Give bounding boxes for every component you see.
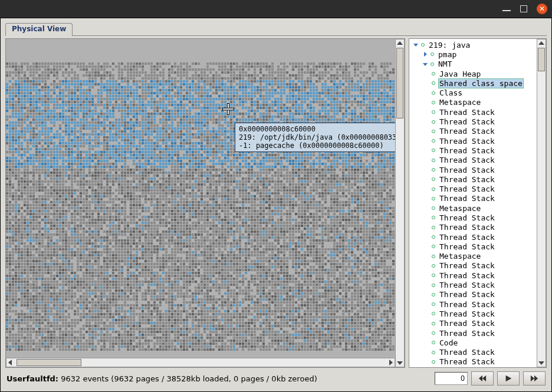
node-bullet-icon xyxy=(432,187,435,191)
node-bullet-icon xyxy=(431,62,434,66)
tree-item-label: Code xyxy=(438,338,459,347)
tree-item-label: Thread Stack xyxy=(438,223,496,232)
node-bullet-icon xyxy=(432,331,435,335)
tree-item-label: Thread Stack xyxy=(438,319,496,328)
node-bullet-icon xyxy=(432,130,435,133)
tree-item-label: Thread Stack xyxy=(438,185,496,193)
tree-nmt-child[interactable]: Thread Stack xyxy=(409,242,537,251)
tree-nmt-child[interactable]: Thread Stack xyxy=(409,357,537,367)
tree-nmt-child[interactable]: Thread Stack xyxy=(409,290,537,299)
scrollbar-thumb[interactable] xyxy=(396,48,403,118)
tab-physical-view[interactable]: Physical View xyxy=(5,23,73,36)
node-bullet-icon xyxy=(432,91,435,95)
rewind-icon xyxy=(478,374,487,383)
tree-nmt-child[interactable]: Thread Stack xyxy=(409,280,537,289)
tree-nmt-child[interactable]: Thread Stack xyxy=(409,107,537,117)
node-bullet-icon xyxy=(432,149,435,152)
node-bullet-icon xyxy=(432,168,435,172)
memory-vertical-scrollbar[interactable] xyxy=(395,39,405,367)
node-bullet-icon xyxy=(432,293,435,297)
tree-nmt-child[interactable]: Metaspace xyxy=(409,203,537,213)
tree-nmt[interactable]: NMT xyxy=(409,60,537,69)
tree-nmt-child[interactable]: Thread Stack xyxy=(409,261,537,271)
node-bullet-icon xyxy=(432,101,435,104)
tree-nmt-child[interactable]: Shared class space xyxy=(409,78,537,88)
process-tree[interactable]: 219: javapmapNMTJava HeapShared class sp… xyxy=(409,39,537,367)
memory-canvas[interactable]: 0x0000000008c60000 219: /opt/jdk/bin/jav… xyxy=(6,39,395,358)
tree-nmt-child[interactable]: Thread Stack xyxy=(409,117,537,126)
tab-bar: Physical View xyxy=(5,23,547,36)
tree-nmt-child[interactable]: Thread Stack xyxy=(409,213,537,222)
tree-item-label: Thread Stack xyxy=(438,329,496,338)
expand-icon[interactable] xyxy=(422,51,428,57)
scrollbar-thumb[interactable] xyxy=(538,48,545,71)
minimize-icon[interactable] xyxy=(502,10,511,11)
tree-item-label: Thread Stack xyxy=(438,271,496,280)
tree-nmt-child[interactable]: Metaspace xyxy=(409,98,537,107)
node-bullet-icon xyxy=(432,284,435,287)
tree-pmap[interactable]: pmap xyxy=(409,50,537,59)
collapse-icon[interactable] xyxy=(422,61,428,67)
tree-nmt-child[interactable]: Thread Stack xyxy=(409,232,537,242)
node-bullet-icon xyxy=(431,52,434,56)
tree-nmt-child[interactable]: Thread Stack xyxy=(409,309,537,318)
node-bullet-icon xyxy=(432,322,435,325)
tree-nmt-child[interactable]: Metaspace xyxy=(409,252,537,261)
tree-item-label: Class xyxy=(438,88,464,97)
tree-item-label: 219: java xyxy=(428,41,471,50)
tree-nmt-child[interactable]: Thread Stack xyxy=(409,146,537,155)
tree-nmt-child[interactable]: Thread Stack xyxy=(409,299,537,309)
node-bullet-icon xyxy=(432,177,435,181)
tree-root[interactable]: 219: java xyxy=(409,40,537,50)
tree-nmt-child[interactable]: Thread Stack xyxy=(409,174,537,184)
node-bullet-icon xyxy=(432,274,435,277)
tree-nmt-child[interactable]: Thread Stack xyxy=(409,136,537,146)
window-titlebar: ✕ xyxy=(0,0,552,18)
play-button[interactable] xyxy=(497,371,520,386)
node-bullet-icon xyxy=(432,341,435,344)
tree-item-label: Thread Stack xyxy=(438,166,496,174)
tree-nmt-child[interactable]: Thread Stack xyxy=(409,184,537,193)
rewind-button[interactable] xyxy=(471,371,494,386)
tree-nmt-child[interactable]: Thread Stack xyxy=(409,156,537,165)
tree-nmt-child[interactable]: Thread Stack xyxy=(409,127,537,136)
close-icon[interactable]: ✕ xyxy=(537,4,547,14)
node-bullet-icon xyxy=(432,139,435,143)
maximize-icon[interactable] xyxy=(520,5,527,12)
node-bullet-icon xyxy=(432,72,435,75)
tree-item-label: Java Heap xyxy=(438,70,482,78)
node-bullet-icon xyxy=(432,245,435,248)
tree-item-label: Metaspace xyxy=(438,98,482,107)
collapse-icon[interactable] xyxy=(413,42,419,48)
tree-item-label: Thread Stack xyxy=(438,213,496,222)
tree-nmt-child[interactable]: Code xyxy=(409,338,537,347)
tree-item-label: Thread Stack xyxy=(438,300,496,309)
tree-nmt-child[interactable]: Thread Stack xyxy=(409,194,537,203)
tree-nmt-child[interactable]: Thread Stack xyxy=(409,319,537,328)
node-bullet-icon xyxy=(432,216,435,219)
tree-nmt-child[interactable]: Thread Stack xyxy=(409,223,537,232)
memory-horizontal-scrollbar[interactable] xyxy=(6,358,395,367)
tree-nmt-child[interactable]: Thread Stack xyxy=(409,328,537,338)
tree-item-label: Metaspace xyxy=(438,252,482,261)
tree-item-label: Shared class space xyxy=(438,78,524,88)
tree-nmt-child[interactable]: Thread Stack xyxy=(409,165,537,174)
tree-vertical-scrollbar[interactable] xyxy=(537,39,546,367)
node-bullet-icon xyxy=(432,120,435,124)
event-counter-input[interactable] xyxy=(435,372,468,385)
tree-item-label: Thread Stack xyxy=(438,233,496,242)
tree-item-label: pmap xyxy=(437,50,458,59)
node-bullet-icon xyxy=(432,312,435,315)
tree-item-label: Thread Stack xyxy=(438,357,496,366)
tree-nmt-child[interactable]: Thread Stack xyxy=(409,271,537,280)
scrollbar-thumb[interactable] xyxy=(17,359,81,366)
fast-forward-icon xyxy=(530,374,538,383)
node-bullet-icon xyxy=(432,206,435,210)
tooltip-line: 0x0000000008c60000 xyxy=(239,125,395,133)
node-bullet-icon xyxy=(432,235,435,239)
tree-item-label: Thread Stack xyxy=(438,261,496,270)
tree-nmt-child[interactable]: Thread Stack xyxy=(409,348,537,357)
tree-nmt-child[interactable]: Java Heap xyxy=(409,69,537,78)
fast-forward-button[interactable] xyxy=(523,371,546,386)
tree-nmt-child[interactable]: Class xyxy=(409,88,537,97)
